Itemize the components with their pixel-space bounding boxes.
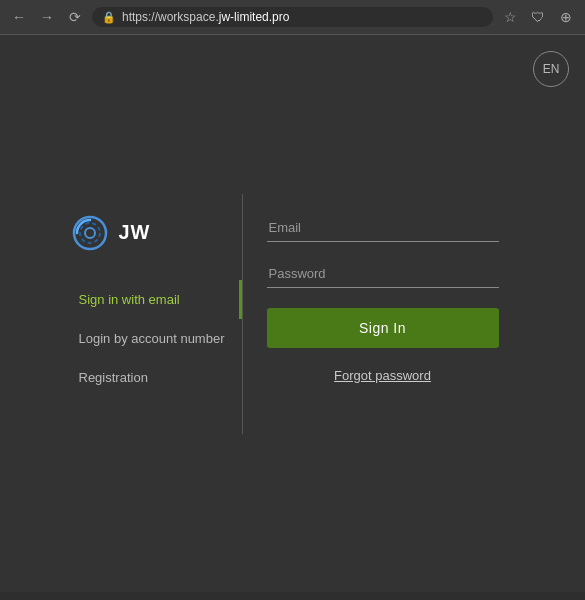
extensions-icon[interactable]: ⊕ <box>555 6 577 28</box>
svg-point-0 <box>74 217 106 249</box>
logo-area: JW <box>63 214 242 252</box>
logo-text: JW <box>119 221 151 244</box>
star-icon[interactable]: ☆ <box>499 6 521 28</box>
url-text: https://workspace.jw-limited.pro <box>122 10 483 24</box>
browser-chrome: ← → ⟳ 🔒 https://workspace.jw-limited.pro… <box>0 0 585 35</box>
password-field-wrapper <box>267 260 499 288</box>
shield-icon[interactable]: 🛡 <box>527 6 549 28</box>
browser-toolbar: ← → ⟳ 🔒 https://workspace.jw-limited.pro… <box>0 0 585 34</box>
right-panel: Sign In Forgot password <box>243 194 523 434</box>
nav-item-registration[interactable]: Registration <box>63 358 242 397</box>
page: EN JW Sign in with email Logi <box>0 35 585 592</box>
login-container: JW Sign in with email Login by account n… <box>63 194 523 434</box>
nav-item-login-account[interactable]: Login by account number <box>63 319 242 358</box>
sign-in-button[interactable]: Sign In <box>267 308 499 348</box>
svg-point-2 <box>85 228 95 238</box>
field-group <box>267 214 499 288</box>
svg-point-1 <box>80 223 100 243</box>
forward-button[interactable]: → <box>36 6 58 28</box>
left-panel: JW Sign in with email Login by account n… <box>63 194 243 434</box>
email-input[interactable] <box>267 214 499 242</box>
forgot-password-link[interactable]: Forgot password <box>267 368 499 383</box>
back-button[interactable]: ← <box>8 6 30 28</box>
nav-item-sign-in-email[interactable]: Sign in with email <box>63 280 242 319</box>
language-label: EN <box>543 62 560 76</box>
password-input[interactable] <box>267 260 499 288</box>
language-button[interactable]: EN <box>533 51 569 87</box>
email-field-wrapper <box>267 214 499 242</box>
address-bar[interactable]: 🔒 https://workspace.jw-limited.pro <box>92 7 493 27</box>
refresh-button[interactable]: ⟳ <box>64 6 86 28</box>
lock-icon: 🔒 <box>102 11 116 24</box>
logo-icon <box>71 214 109 252</box>
toolbar-icons: ☆ 🛡 ⊕ <box>499 6 577 28</box>
